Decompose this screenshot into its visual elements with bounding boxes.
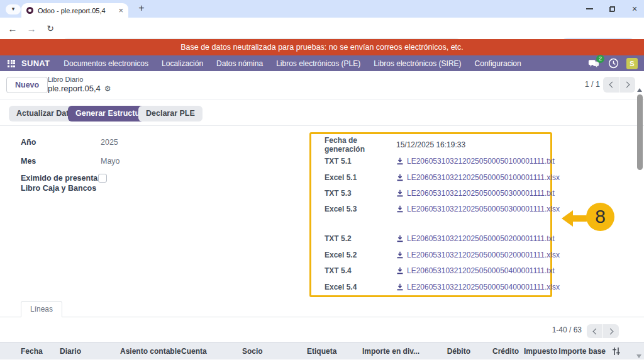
nav-item-documentos[interactable]: Documentos electronicos xyxy=(64,59,148,68)
file-label: TXT 5.2 xyxy=(325,234,396,243)
list-pager-count: 1-40 / 63 xyxy=(552,325,582,334)
download-icon[interactable] xyxy=(396,267,404,274)
tab-close-icon[interactable]: × xyxy=(118,6,123,15)
scroll-up-arrow-icon[interactable] xyxy=(637,88,642,92)
nav-item-libros-ple[interactable]: Libros electrónicos (PLE) xyxy=(276,59,360,68)
gear-icon[interactable]: ⚙ xyxy=(104,84,111,93)
app-navbar: SUNAT Documentos electronicos Localizaci… xyxy=(0,55,644,71)
file-download-link[interactable]: LE2060531032120250500050200001111.xlsx xyxy=(407,251,560,259)
form-sheet: Año 2025 Mes Mayo Eximido de presenta Li… xyxy=(0,126,644,301)
breadcrumb-parent[interactable]: Libro Diario xyxy=(48,76,111,83)
tab-title: Odoo - ple.report.05,4 xyxy=(38,7,114,14)
tab-search-icon[interactable]: ▾ xyxy=(6,4,21,14)
pager-previous-button[interactable] xyxy=(603,77,619,93)
file-row: TXT 5.1 LE206053103212025050005010000111… xyxy=(325,156,545,167)
activities-clock-icon[interactable] xyxy=(608,58,619,69)
file-row: TXT 5.2 LE206053103212025050005020000111… xyxy=(325,233,545,244)
notebook-tabs: Líneas xyxy=(0,301,644,317)
control-panel: Nuevo Libro Diario ple.report.05,4 ⚙ 1 /… xyxy=(0,71,644,99)
new-tab-button[interactable]: + xyxy=(135,3,148,14)
generation-date-value: 15/12/2025 16:19:33 xyxy=(396,140,465,149)
column-header-diario[interactable]: Diario xyxy=(60,347,81,356)
file-download-link[interactable]: LE2060531032120250500050400001111.xlsx xyxy=(407,283,560,291)
column-header-importe-div[interactable]: Importe en div... xyxy=(358,347,419,356)
list-controls: 1-40 / 63 xyxy=(0,317,644,342)
nav-item-datos-nomina[interactable]: Datos nómina xyxy=(216,59,263,68)
back-button[interactable]: ← xyxy=(4,18,21,39)
chevron-right-icon xyxy=(623,82,630,88)
brand-sunat[interactable]: SUNAT xyxy=(21,59,50,68)
pager-next-button[interactable] xyxy=(619,77,635,93)
messages-count-badge: 2 xyxy=(596,55,604,63)
file-download-link[interactable]: LE2060531032120250500050300001111.txt xyxy=(407,189,555,198)
download-icon[interactable] xyxy=(396,283,404,291)
breadcrumb-current: ple.report.05,4 ⚙ xyxy=(48,84,111,93)
file-download-link[interactable]: LE2060531032120250500050400001111.txt xyxy=(407,266,555,275)
window-restore-button[interactable] xyxy=(601,0,623,18)
tab-lineas[interactable]: Líneas xyxy=(21,301,62,317)
column-header-cuenta[interactable]: Cuenta xyxy=(181,347,207,356)
window-close-button[interactable]: × xyxy=(624,0,644,18)
download-icon[interactable] xyxy=(396,174,404,181)
browser-titlebar: ▾ Odoo - ple.report.05,4 × + × xyxy=(0,0,644,18)
optional-columns-icon[interactable] xyxy=(611,346,621,356)
reload-button[interactable]: ↻ xyxy=(42,18,59,39)
file-row: Excel 5.1 LE2060531032120250500050100001… xyxy=(325,172,545,183)
year-label: Año xyxy=(21,138,36,147)
new-record-button[interactable]: Nuevo xyxy=(6,77,48,93)
file-download-link[interactable]: LE2060531032120250500050200001111.txt xyxy=(407,234,555,243)
record-pager-count: 1 / 1 xyxy=(585,80,600,89)
annotation-arrow-icon xyxy=(562,210,588,227)
column-header-etiqueta[interactable]: Etiqueta xyxy=(307,347,336,356)
annotation-step-badge: 8 xyxy=(586,203,614,231)
column-header-fecha[interactable]: Fecha xyxy=(21,347,43,356)
file-row: TXT 5.4 LE206053103212025050005040000111… xyxy=(325,265,545,276)
download-icon[interactable] xyxy=(396,251,404,259)
scrollbar-thumb[interactable] xyxy=(637,94,643,170)
apps-grid-icon[interactable] xyxy=(8,60,15,67)
browser-tab[interactable]: Odoo - ple.report.05,4 × xyxy=(21,3,128,18)
file-label: Excel 5.4 xyxy=(325,283,396,291)
exempt-label-line2: Libro Caja y Bancos xyxy=(21,184,96,193)
forward-button[interactable]: → xyxy=(23,18,40,39)
file-row: Excel 5.3 LE2060531032120250500050300001… xyxy=(325,203,545,215)
chevron-left-icon xyxy=(609,82,615,88)
exempt-label-line1: Eximido de presenta xyxy=(21,174,97,183)
list-pager-next-button[interactable] xyxy=(603,324,619,338)
file-download-link[interactable]: LE2060531032120250500050100001111.txt xyxy=(407,157,555,166)
file-download-link[interactable]: LE2060531032120250500050100001111.xlsx xyxy=(407,173,560,182)
chevron-right-icon xyxy=(607,328,613,334)
download-icon[interactable] xyxy=(396,235,404,242)
declarar-ple-button[interactable]: Declarar PLE xyxy=(138,106,203,122)
neutralized-database-banner: Base de datos neutralizada para pruebas:… xyxy=(0,39,644,55)
month-value[interactable]: Mayo xyxy=(101,157,120,166)
list-pager xyxy=(587,324,619,338)
generation-date-row: Fecha de generación 15/12/2025 16:19:33 xyxy=(325,139,545,150)
column-header-socio[interactable]: Socio xyxy=(242,347,263,356)
user-avatar[interactable]: S xyxy=(626,58,638,69)
record-pager xyxy=(603,77,635,93)
file-download-link[interactable]: LE2060531032120250500050300001111.xlsx xyxy=(407,205,560,213)
breadcrumb: Libro Diario ple.report.05,4 ⚙ xyxy=(48,76,111,93)
file-label: TXT 5.1 xyxy=(325,157,396,166)
year-value[interactable]: 2025 xyxy=(101,138,118,147)
generated-files-highlight-box: Fecha de generación 15/12/2025 16:19:33 … xyxy=(309,132,552,297)
download-icon[interactable] xyxy=(396,205,404,213)
column-header-asiento[interactable]: Asiento contable xyxy=(120,347,181,356)
file-row: Excel 5.2 LE2060531032120250500050200001… xyxy=(325,249,545,261)
scroll-down-arrow-icon[interactable] xyxy=(636,354,641,358)
download-icon[interactable] xyxy=(396,157,404,165)
list-pager-previous-button[interactable] xyxy=(587,324,602,338)
column-header-debito[interactable]: Débito xyxy=(428,347,470,356)
download-icon[interactable] xyxy=(396,189,404,197)
messages-button[interactable]: 2 xyxy=(588,59,601,69)
column-header-credito[interactable]: Crédito xyxy=(472,347,519,356)
nav-item-configuracion[interactable]: Configuracion xyxy=(475,59,521,68)
column-header-importe-base[interactable]: Importe base xyxy=(550,347,606,356)
statusbar: Actualizar Datos Generar Estructuras Dec… xyxy=(0,99,644,126)
file-label: Excel 5.1 xyxy=(325,173,396,182)
exempt-checkbox[interactable] xyxy=(98,174,107,183)
window-minimize-button[interactable] xyxy=(579,0,600,18)
nav-item-libros-sire[interactable]: Libros electrónicos (SIRE) xyxy=(374,59,461,68)
nav-item-localizacion[interactable]: Localización xyxy=(162,59,203,68)
